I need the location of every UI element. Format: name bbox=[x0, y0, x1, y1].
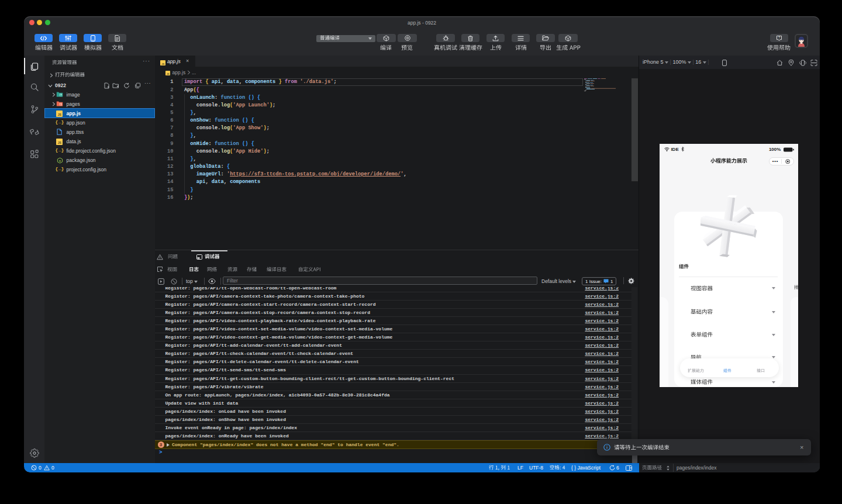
svg-text:JS: JS bbox=[58, 113, 62, 116]
svg-text:n: n bbox=[58, 158, 61, 162]
svg-text:JS: JS bbox=[58, 141, 62, 144]
svg-text:JS: JS bbox=[161, 63, 164, 65]
svg-text:?: ? bbox=[778, 36, 779, 39]
svg-text:JS: JS bbox=[167, 73, 170, 75]
